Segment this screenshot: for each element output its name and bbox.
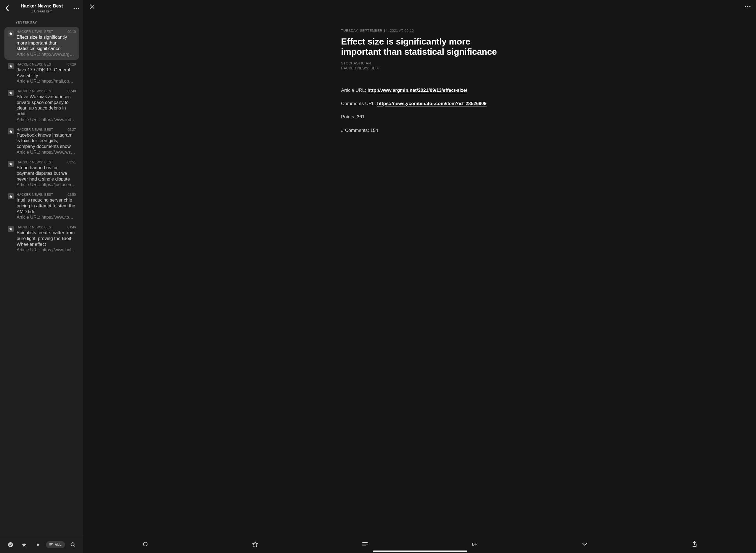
reader-view-button[interactable] — [359, 538, 371, 550]
lines-icon — [49, 543, 53, 546]
item-feed: HACKER NEWS: BEST — [17, 30, 53, 34]
feed-title: Hacker News: Best — [13, 3, 70, 9]
star-icon — [8, 63, 14, 69]
circle-outline-icon — [143, 542, 148, 547]
svg-point-13 — [747, 6, 749, 7]
star-toggle-button[interactable] — [249, 538, 261, 550]
star-icon — [8, 30, 14, 36]
close-button[interactable] — [88, 2, 96, 11]
back-button[interactable] — [4, 5, 10, 11]
item-title: Intel is reducing server chip pricing in… — [17, 197, 76, 214]
unread-filter-button[interactable] — [32, 539, 44, 550]
comments-url-row: Comments URL: https://news.ycombinator.c… — [341, 100, 499, 107]
search-icon — [70, 542, 76, 547]
comments-label: # Comments: — [341, 128, 370, 133]
close-icon — [90, 4, 95, 9]
item-feed: HACKER NEWS: BEST — [17, 128, 53, 132]
star-icon — [8, 193, 14, 200]
svg-point-0 — [74, 8, 75, 9]
star-icon — [8, 128, 14, 134]
dot-icon — [37, 543, 39, 546]
bionic-reading-button[interactable]: BR — [469, 538, 481, 550]
list-item[interactable]: HACKER NEWS: BEST03:51Stripe banned us f… — [4, 158, 79, 190]
item-title: Facebook knows Instagram is toxic for te… — [17, 132, 76, 149]
comments-url-label: Comments URL: — [341, 101, 377, 106]
share-button[interactable] — [688, 538, 701, 550]
sidebar-bottombar: ALL — [0, 536, 83, 553]
list-item[interactable]: HACKER NEWS: BEST02:50Intel is reducing … — [4, 190, 79, 223]
ellipsis-icon — [745, 6, 751, 7]
comments-url-link[interactable]: https://news.ycombinator.com/item?id=285… — [377, 101, 486, 106]
ellipsis-icon — [73, 7, 79, 9]
item-snippet: Article URL: https://www.tom… — [17, 215, 76, 220]
item-time: 09:10 — [68, 30, 76, 34]
starred-filter-button[interactable] — [18, 539, 29, 550]
points-value: 361 — [357, 114, 364, 120]
item-snippet: Article URL: https://www.bnl.… — [17, 247, 76, 252]
item-snippet: Article URL: https://mail.open… — [17, 79, 76, 84]
item-time: 05:27 — [68, 128, 76, 132]
content-pane: TUESDAY, SEPTEMBER 14, 2021 AT 09:10 Eff… — [84, 0, 756, 553]
item-snippet: Article URL: https://justuseap… — [17, 182, 76, 187]
article-url-link[interactable]: http://www.argmin.net/2021/09/13/effect-… — [367, 88, 467, 93]
article-body: Article URL: http://www.argmin.net/2021/… — [341, 87, 499, 134]
list-item[interactable]: HACKER NEWS: BEST01:46Scientists create … — [4, 223, 79, 255]
article-scroll[interactable]: TUESDAY, SEPTEMBER 14, 2021 AT 09:10 Eff… — [84, 13, 756, 535]
svg-point-1 — [76, 8, 77, 9]
item-time: 01:46 — [68, 225, 76, 229]
article-feed: HACKER NEWS: BEST — [341, 66, 499, 70]
expand-button[interactable] — [578, 538, 591, 550]
star-outline-icon — [252, 541, 258, 547]
article-url-label: Article URL: — [341, 88, 367, 93]
item-title: Steve Wozniak announces private space co… — [17, 94, 76, 117]
filter-all-button[interactable]: ALL — [46, 541, 65, 548]
search-button[interactable] — [68, 539, 79, 550]
list-item[interactable]: HACKER NEWS: BEST05:49Steve Wozniak anno… — [4, 87, 79, 125]
chevron-left-icon — [5, 5, 9, 11]
content-more-button[interactable] — [743, 2, 752, 11]
read-toggle-button[interactable] — [139, 538, 151, 550]
svg-point-3 — [8, 542, 13, 547]
item-time: 03:51 — [68, 160, 76, 164]
sidebar-more-button[interactable] — [73, 7, 80, 9]
article-datestamp: TUESDAY, SEPTEMBER 14, 2021 AT 09:10 — [341, 29, 499, 32]
article-list: HACKER NEWS: BEST09:10Effect size is sig… — [0, 27, 83, 536]
home-indicator — [373, 551, 467, 552]
item-feed: HACKER NEWS: BEST — [17, 63, 53, 66]
item-time: 07:29 — [68, 63, 76, 66]
list-item[interactable]: HACKER NEWS: BEST09:10Effect size is sig… — [4, 27, 79, 60]
content-topbar — [84, 0, 756, 13]
comments-value: 154 — [370, 128, 378, 133]
unread-count: 1 Unread Item — [13, 9, 70, 13]
section-yesterday: YESTERDAY — [0, 15, 83, 27]
points-label: Points: — [341, 114, 357, 120]
svg-point-14 — [749, 6, 751, 7]
sidebar-header: Hacker News: Best 1 Unread Item — [0, 0, 83, 15]
item-snippet: Article URL: http://www.argm… — [17, 52, 76, 57]
item-title: Stripe banned us for payment disputes bu… — [17, 165, 76, 182]
sidebar: Hacker News: Best 1 Unread Item YESTERDA… — [0, 0, 84, 553]
filter-all-label: ALL — [55, 543, 62, 547]
list-item[interactable]: HACKER NEWS: BEST07:29Java 17 / JDK 17: … — [4, 60, 79, 87]
list-item[interactable]: HACKER NEWS: BEST05:27Facebook knows Ins… — [4, 125, 79, 158]
svg-point-15 — [143, 542, 147, 546]
svg-point-4 — [37, 544, 39, 546]
check-circle-icon — [8, 542, 13, 547]
star-icon — [21, 542, 26, 547]
article-author: STOCHASTICIAN — [341, 61, 499, 65]
article-url-row: Article URL: http://www.argmin.net/2021/… — [341, 87, 499, 94]
star-icon — [8, 226, 14, 232]
bionic-icon: BR — [472, 542, 478, 546]
item-feed: HACKER NEWS: BEST — [17, 225, 53, 229]
item-time: 05:49 — [68, 89, 76, 93]
item-feed: HACKER NEWS: BEST — [17, 89, 53, 93]
svg-point-12 — [745, 6, 746, 7]
mark-all-read-button[interactable] — [5, 539, 16, 550]
star-icon — [8, 90, 14, 96]
item-title: Java 17 / JDK 17: General Availability — [17, 67, 76, 78]
star-icon — [8, 161, 14, 167]
share-icon — [692, 541, 697, 547]
item-time: 02:50 — [68, 193, 76, 196]
item-title: Effect size is significantly more import… — [17, 34, 76, 52]
item-title: Scientists create matter from pure light… — [17, 230, 76, 247]
